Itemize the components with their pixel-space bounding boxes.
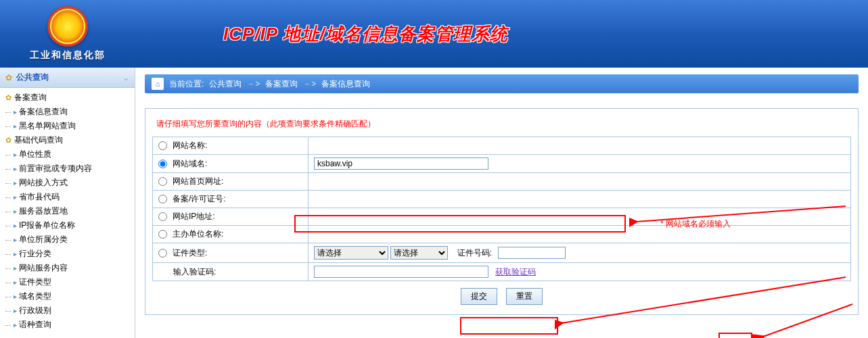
page-icon: ▸	[14, 151, 17, 158]
breadcrumb-sep: －>	[247, 78, 260, 90]
breadcrumb: ⌂ 当前位置: 公共查询 －> 备案查询 －> 备案信息查询	[145, 74, 859, 93]
sidebar-link[interactable]: 服务器放置地	[19, 206, 68, 216]
query-form-panel: 请仔细填写您所要查询的内容（此项查询要求条件精确匹配） 网站名称: 网站域名: …	[145, 108, 859, 315]
system-title: ICP/IP 地址/域名信息备案管理系统	[223, 22, 508, 46]
sidebar-link[interactable]: 前置审批或专项内容	[19, 164, 92, 173]
radio-homepage[interactable]	[158, 177, 167, 186]
annotation-box-submit	[718, 333, 752, 338]
breadcrumb-item[interactable]: 备案信息查询	[321, 78, 370, 90]
sidebar-item[interactable]: ▸单位所属分类	[5, 233, 135, 247]
sidebar-category-label: 公共查询	[16, 72, 49, 83]
page-icon: ▸	[14, 208, 17, 215]
row-license: 备案/许可证号:	[153, 191, 851, 208]
input-domain[interactable]	[314, 158, 488, 170]
label-ip: 网站IP地址:	[173, 211, 215, 222]
select-cert-type-2[interactable]: 请选择	[390, 246, 448, 260]
page-icon: ▸	[14, 236, 17, 243]
sidebar-category-header[interactable]: ✿ 公共查询 ⌄	[0, 68, 135, 88]
required-note: * 网站域名必须输入	[660, 218, 731, 230]
input-cert-no[interactable]	[498, 247, 566, 259]
sidebar-link[interactable]: 证件类型	[19, 277, 51, 287]
row-site-name: 网站名称:	[153, 137, 851, 155]
page-icon: ▸	[14, 179, 17, 187]
page-icon: ▸	[14, 122, 17, 130]
sidebar-item[interactable]: ▸前置审批或专项内容	[5, 162, 135, 176]
label-homepage: 网站首页网址:	[173, 176, 223, 187]
emblem-block: 工业和信息化部	[0, 6, 135, 62]
sidebar-link[interactable]: 语种查询	[19, 320, 51, 329]
row-homepage: 网站首页网址:	[153, 173, 851, 191]
radio-cert-type[interactable]	[158, 249, 167, 258]
reset-button[interactable]: 重置	[506, 288, 543, 305]
sidebar-link[interactable]: 单位性质	[19, 149, 51, 159]
sidebar-item[interactable]: ▸行政级别	[5, 304, 135, 318]
department-name: 工业和信息化部	[0, 49, 135, 62]
breadcrumb-item[interactable]: 公共查询	[209, 78, 242, 90]
sidebar-link[interactable]: 行政级别	[19, 306, 51, 315]
breadcrumb-item[interactable]: 备案查询	[265, 78, 298, 90]
breadcrumb-prefix: 当前位置:	[169, 78, 204, 90]
main-content: ⌂ 当前位置: 公共查询 －> 备案查询 －> 备案信息查询 请仔细填写您所要查…	[135, 68, 868, 338]
radio-license[interactable]	[158, 195, 167, 203]
sidebar-link[interactable]: IP报备单位名称	[19, 220, 75, 230]
sidebar-group[interactable]: ✿备案查询	[5, 91, 135, 105]
app-header: 工业和信息化部 ICP/IP 地址/域名信息备案管理系统	[0, 0, 868, 68]
sidebar-item[interactable]: ▸IP报备单位名称	[5, 218, 135, 233]
row-cert-type: 证件类型: 请选择 请选择 证件号码:	[153, 243, 851, 263]
page-icon: ▸	[14, 279, 17, 286]
sidebar-item[interactable]: ▸备案信息查询	[5, 105, 135, 119]
folder-icon: ✿	[5, 136, 12, 145]
input-captcha[interactable]	[314, 266, 488, 278]
sidebar-link[interactable]: 网站服务内容	[19, 263, 68, 272]
national-emblem-icon	[47, 6, 88, 47]
page-icon: ▸	[14, 264, 17, 272]
sidebar-item[interactable]: ▸省市县代码	[5, 190, 135, 204]
label-captcha: 输入验证码:	[173, 266, 216, 278]
get-captcha-link[interactable]: 获取验证码	[495, 266, 536, 278]
gear-icon: ✿	[5, 73, 12, 82]
sidebar-item[interactable]: ▸黑名单网站查询	[5, 119, 135, 133]
sidebar-group[interactable]: ✿基础代码查询	[5, 133, 135, 147]
sidebar-link[interactable]: 行业分类	[19, 249, 51, 258]
breadcrumb-sep: －>	[303, 78, 316, 90]
radio-sponsor[interactable]	[158, 230, 167, 239]
page-icon: ▸	[14, 222, 17, 229]
submit-button[interactable]: 提交	[461, 288, 497, 305]
sidebar-link[interactable]: 域名类型	[19, 291, 51, 301]
label-domain: 网站域名:	[173, 158, 207, 170]
sidebar: ✿ 公共查询 ⌄ ✿备案查询▸备案信息查询▸黑名单网站查询✿基础代码查询▸单位性…	[0, 68, 135, 338]
row-domain: 网站域名:	[153, 155, 851, 173]
page-icon: ▸	[14, 307, 17, 314]
sidebar-link[interactable]: 黑名单网站查询	[19, 121, 76, 130]
radio-site-name[interactable]	[158, 141, 167, 150]
home-icon: ⌂	[152, 78, 164, 90]
sidebar-group-label: 备案查询	[14, 92, 47, 103]
sidebar-item[interactable]: ▸网站服务内容	[5, 261, 135, 275]
label-cert-no: 证件号码:	[457, 248, 492, 258]
sidebar-item[interactable]: ▸证件类型	[5, 275, 135, 289]
row-sponsor: 主办单位名称:	[153, 226, 851, 243]
button-row: 提交 重置	[152, 281, 851, 305]
sidebar-item[interactable]: ▸网站接入方式	[5, 176, 135, 190]
label-license: 备案/许可证号:	[173, 193, 226, 205]
radio-ip[interactable]	[158, 212, 167, 221]
sidebar-item[interactable]: ▸单位性质	[5, 147, 135, 162]
radio-domain[interactable]	[158, 160, 167, 168]
sidebar-link[interactable]: 备案信息查询	[19, 107, 68, 116]
sidebar-item[interactable]: ▸域名类型	[5, 289, 135, 304]
page-icon: ▸	[14, 165, 17, 172]
sidebar-group-label: 基础代码查询	[14, 135, 63, 146]
sidebar-link[interactable]: 网站接入方式	[19, 178, 68, 187]
sidebar-item[interactable]: ▸服务器放置地	[5, 204, 135, 218]
page-icon: ▸	[14, 250, 17, 258]
page-icon: ▸	[14, 108, 17, 116]
label-sponsor: 主办单位名称:	[173, 228, 223, 240]
chevron-down-icon: ⌄	[122, 73, 129, 82]
query-form-table: 网站名称: 网站域名: 网站首页网址: 备案/许可证号: 网站IP地址:	[152, 137, 851, 281]
sidebar-item[interactable]: ▸语种查询	[5, 318, 135, 332]
sidebar-link[interactable]: 单位所属分类	[19, 235, 68, 244]
select-cert-type-1[interactable]: 请选择	[314, 246, 388, 260]
sidebar-item[interactable]: ▸行业分类	[5, 247, 135, 261]
sidebar-link[interactable]: 省市县代码	[19, 192, 60, 201]
label-site-name: 网站名称:	[173, 140, 207, 151]
